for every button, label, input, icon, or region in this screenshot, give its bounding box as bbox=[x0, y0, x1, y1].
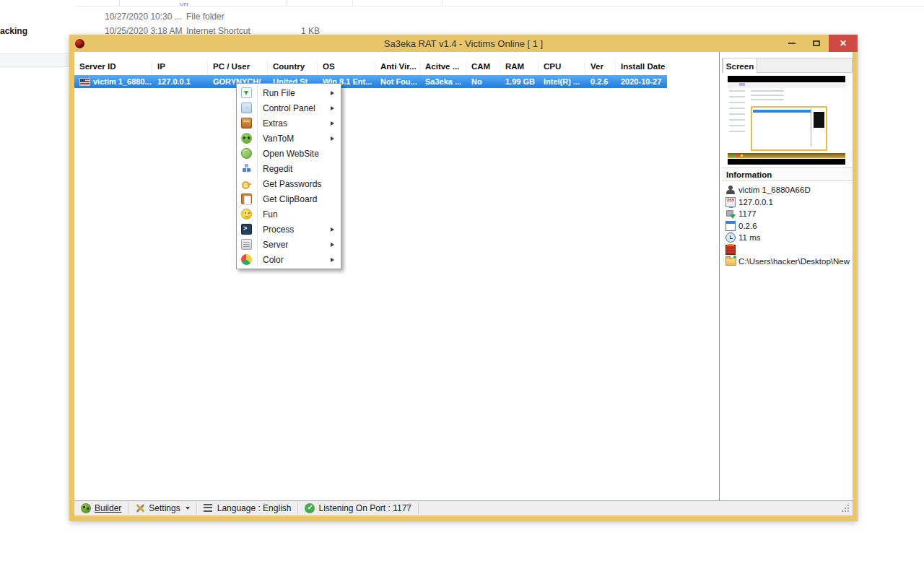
thumb-rat-row bbox=[753, 110, 811, 113]
maximize-button[interactable] bbox=[804, 35, 829, 52]
submenu-arrow-icon bbox=[331, 106, 334, 110]
menu-item-get-passwords[interactable]: Get Passwords bbox=[237, 176, 341, 191]
column-header-cpu[interactable]: CPU bbox=[539, 61, 585, 74]
status-bar: Builder Settings Language : English List… bbox=[74, 500, 853, 515]
ip-icon bbox=[725, 197, 736, 207]
file-type: File folder bbox=[186, 12, 225, 22]
thumb-tray-dot bbox=[741, 154, 743, 157]
panel-divider bbox=[719, 52, 720, 500]
version-icon bbox=[725, 221, 736, 231]
close-button[interactable]: ✕ bbox=[829, 35, 858, 52]
thumb-rat-divider bbox=[811, 109, 811, 147]
cell-ver: 0.2.6 bbox=[585, 77, 616, 86]
thumb-toolbar bbox=[728, 83, 845, 88]
explorer-header-divider bbox=[76, 6, 924, 6]
column-header-active[interactable]: Acitve ... bbox=[420, 61, 466, 74]
column-header-ver[interactable]: Ver bbox=[585, 61, 616, 74]
minimize-icon bbox=[788, 43, 796, 44]
info-victim-name: victim 1_6880A66D bbox=[722, 184, 853, 196]
file-date: 10/27/2020 10:30 ... bbox=[105, 12, 182, 22]
port-icon bbox=[725, 209, 736, 219]
menu-item-color[interactable]: Color bbox=[237, 252, 341, 267]
column-header-install-date[interactable]: Install Date bbox=[616, 61, 667, 74]
cell-active: Sa3eka ... bbox=[420, 77, 466, 86]
column-header-country[interactable]: Country bbox=[268, 61, 318, 74]
menu-item-run-file[interactable]: Run File bbox=[237, 85, 341, 100]
right-panel: Screen bbox=[722, 52, 853, 500]
menu-item-get-clipboard[interactable]: Get ClipBoard bbox=[237, 191, 341, 206]
tab-screen[interactable]: Screen bbox=[723, 58, 757, 74]
desktop-background: yp 10/27/2020 10:30 ... File folder 10/2… bbox=[0, 0, 924, 566]
column-header-cam[interactable]: CAM bbox=[466, 61, 500, 74]
submenu-arrow-icon bbox=[331, 258, 334, 262]
info-version: 0.2.6 bbox=[722, 220, 853, 232]
column-header-antivirus[interactable]: Anti Vir... bbox=[375, 61, 420, 74]
column-header-server-id[interactable]: Server ID bbox=[74, 61, 152, 74]
key-icon bbox=[241, 178, 252, 189]
thumb-tray-dot bbox=[732, 154, 734, 157]
column-header-os[interactable]: OS bbox=[318, 61, 375, 74]
menu-item-server[interactable]: Server bbox=[237, 237, 341, 252]
victim-table-row-selected[interactable]: victim 1_6880... 127.0.0.1 GORYNYCH/ Uni… bbox=[74, 75, 667, 88]
explorer-type-column-partial: yp bbox=[180, 0, 188, 6]
rat-window: Sa3eka RAT v1.4 - Victims Online [ 1 ] ✕… bbox=[69, 35, 858, 521]
alien-icon bbox=[241, 133, 252, 144]
settings-button[interactable]: Settings bbox=[128, 502, 196, 514]
window-titlebar[interactable]: Sa3eka RAT v1.4 - Victims Online [ 1 ] ✕ bbox=[69, 35, 858, 52]
cell-cam: No bbox=[466, 77, 500, 86]
column-header-pc-user[interactable]: PC / User bbox=[208, 61, 268, 74]
run-file-icon bbox=[241, 87, 252, 98]
smiley-icon bbox=[241, 209, 252, 219]
check-icon bbox=[305, 503, 315, 513]
explorer-column-tick bbox=[119, 0, 120, 6]
screen-tabstrip: Screen bbox=[722, 58, 853, 73]
language-button[interactable]: Language : English bbox=[197, 502, 299, 514]
screen-thumbnail[interactable] bbox=[722, 73, 853, 166]
menu-item-open-website[interactable]: Open WebSite bbox=[237, 146, 341, 161]
builder-button[interactable]: Builder bbox=[74, 502, 128, 514]
ping-clock-icon bbox=[725, 232, 736, 243]
maximize-icon bbox=[813, 40, 820, 46]
menu-item-vantom[interactable]: VanToM bbox=[237, 131, 341, 146]
column-header-ip[interactable]: IP bbox=[152, 61, 208, 74]
globe-icon bbox=[241, 148, 252, 159]
cell-cpu: Intel(R) ... bbox=[539, 77, 585, 86]
listening-status: Listening On Port : 1177 bbox=[298, 502, 419, 514]
info-ip: 127.0.0.1 bbox=[722, 196, 853, 209]
folder-icon bbox=[725, 256, 736, 266]
dropdown-caret-icon bbox=[186, 507, 190, 510]
bug-icon bbox=[81, 503, 91, 513]
window-content: Server ID IP PC / User Country OS Anti V… bbox=[74, 52, 853, 515]
cell-install-date: 2020-10-27 bbox=[616, 77, 667, 86]
extras-box-icon bbox=[241, 118, 252, 129]
menu-item-extras[interactable]: Extras bbox=[237, 116, 341, 131]
resize-grip[interactable] bbox=[847, 510, 849, 512]
thumb-taskbar bbox=[728, 153, 845, 158]
cell-antivirus: Not Fou... bbox=[375, 77, 420, 86]
thumb-rat-screen bbox=[814, 112, 824, 128]
color-wheel-icon bbox=[241, 254, 252, 265]
submenu-arrow-icon bbox=[331, 91, 334, 95]
language-lines-icon bbox=[204, 504, 212, 513]
info-port: 1177 bbox=[722, 208, 853, 220]
column-header-ram[interactable]: RAM bbox=[500, 61, 539, 74]
server-icon bbox=[241, 239, 252, 250]
menu-item-control-panel[interactable]: Control Panel bbox=[237, 100, 341, 116]
partial-filename: acking bbox=[0, 26, 27, 36]
terminal-icon bbox=[241, 224, 252, 235]
menu-item-regedit[interactable]: Regedit bbox=[237, 161, 341, 176]
info-ping: 11 ms bbox=[722, 232, 853, 244]
thumb-accent bbox=[739, 83, 745, 86]
menu-item-process[interactable]: Process bbox=[237, 222, 341, 237]
thumb-files bbox=[751, 90, 784, 103]
menu-item-fun[interactable]: Fun bbox=[237, 206, 341, 222]
submenu-arrow-icon bbox=[331, 227, 334, 232]
info-firewall bbox=[722, 244, 853, 256]
explorer-column-tick bbox=[442, 0, 443, 6]
cell-ram: 1.99 GB bbox=[500, 77, 539, 86]
info-install-path: C:\Users\hacker\Desktop\New ... bbox=[722, 256, 853, 268]
cell-server-id: victim 1_6880... bbox=[74, 77, 152, 86]
firewall-icon bbox=[725, 245, 736, 255]
minimize-button[interactable] bbox=[780, 35, 804, 52]
table-header: Server ID IP PC / User Country OS Anti V… bbox=[74, 61, 667, 74]
